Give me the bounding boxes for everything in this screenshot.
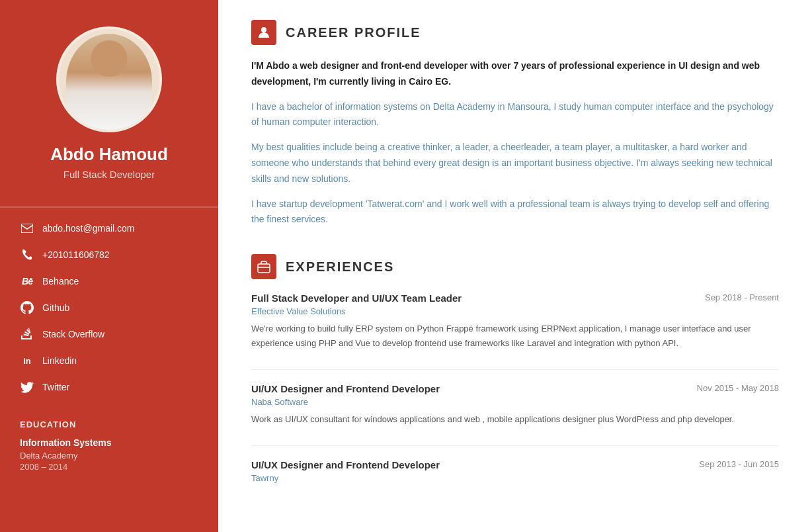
experiences-icon xyxy=(251,254,276,279)
career-para1-bold: I'M Abdo a web designer and front-end de… xyxy=(251,60,760,87)
exp-company-1: Effective Value Solutions xyxy=(251,306,779,316)
avatar-section: Abdo Hamoud Full Stack Developer xyxy=(37,0,181,193)
experiences-section: EXPERIENCES Full Stack Developer and UI/… xyxy=(251,254,779,483)
exp-company-3: Tawrny xyxy=(251,473,779,483)
main-content: CAREER PROFILE I'M Abdo a web designer a… xyxy=(218,0,812,532)
career-profile-header: CAREER PROFILE xyxy=(251,20,779,45)
stackoverflow-text: Stack Overflow xyxy=(42,329,104,339)
github-text: Github xyxy=(42,302,69,313)
career-profile-section: CAREER PROFILE I'M Abdo a web designer a… xyxy=(251,20,779,228)
contact-email[interactable]: abdo.host@gmail.com xyxy=(20,221,198,236)
linkedin-icon: in xyxy=(20,353,34,368)
linkedin-text: Linkedin xyxy=(42,355,77,366)
exp-date-3: Sep 2013 - Jun 2015 xyxy=(699,459,779,469)
person-title: Full Stack Developer xyxy=(63,169,155,180)
phone-text: +201011606782 xyxy=(42,249,110,260)
avatar xyxy=(56,26,162,132)
exp-header-1: Full Stack Developer and UI/UX Team Lead… xyxy=(251,292,779,304)
experiences-title: EXPERIENCES xyxy=(286,259,394,275)
contact-behance[interactable]: Bē Behance xyxy=(20,274,198,288)
exp-role-1: Full Stack Developer and UI/UX Team Lead… xyxy=(251,292,462,304)
education-section: EDUCATION Information Systems Delta Acad… xyxy=(0,406,218,485)
email-icon xyxy=(20,221,34,236)
career-profile-title: CAREER PROFILE xyxy=(286,25,421,40)
svg-rect-0 xyxy=(21,224,33,233)
email-text: abdo.host@gmail.com xyxy=(42,223,135,234)
divider-1 xyxy=(251,369,779,370)
exp-company-2: Naba Software xyxy=(251,397,779,407)
exp-desc-1: We're working to build fully ERP system … xyxy=(251,322,779,351)
career-profile-icon xyxy=(251,20,276,45)
contact-stackoverflow[interactable]: Stack Overflow xyxy=(20,327,198,341)
experience-item-2: UI/UX Designer and Frontend Developer No… xyxy=(251,383,779,427)
career-para2: I have a bachelor of information systems… xyxy=(251,99,779,131)
experience-item-3: UI/UX Designer and Frontend Developer Se… xyxy=(251,459,779,483)
exp-header-3: UI/UX Designer and Frontend Developer Se… xyxy=(251,459,779,470)
edu-school: Delta Academy xyxy=(20,451,198,461)
career-para4: I have startup development 'Tatwerat.com… xyxy=(251,197,779,228)
edu-years: 2008 – 2014 xyxy=(20,462,198,472)
avatar-image xyxy=(66,34,152,130)
contact-phone[interactable]: +201011606782 xyxy=(20,247,198,262)
phone-icon xyxy=(20,247,34,262)
exp-desc-2: Work as UI/UX consultant for windows app… xyxy=(251,412,779,427)
svg-point-1 xyxy=(261,27,266,32)
education-label: EDUCATION xyxy=(20,420,198,429)
career-para1: I'M Abdo a web designer and front-end de… xyxy=(251,58,779,90)
exp-role-2: UI/UX Designer and Frontend Developer xyxy=(251,383,440,394)
contact-section: abdo.host@gmail.com +201011606782 Bē Beh… xyxy=(0,221,218,406)
person-name: Abdo Hamoud xyxy=(50,144,168,165)
edu-degree: Information Systems xyxy=(20,437,198,448)
behance-icon: Bē xyxy=(20,274,34,288)
contact-twitter[interactable]: Twitter xyxy=(20,380,198,394)
twitter-icon xyxy=(20,380,34,394)
exp-date-2: Nov 2015 - May 2018 xyxy=(697,383,779,393)
contact-linkedin[interactable]: in Linkedin xyxy=(20,353,198,368)
stackoverflow-icon xyxy=(20,327,34,341)
experience-item-1: Full Stack Developer and UI/UX Team Lead… xyxy=(251,292,779,351)
github-icon xyxy=(20,300,34,315)
contact-github[interactable]: Github xyxy=(20,300,198,315)
career-para3: My best qualities include being a creati… xyxy=(251,140,779,187)
exp-header-2: UI/UX Designer and Frontend Developer No… xyxy=(251,383,779,394)
exp-date-1: Sep 2018 - Present xyxy=(705,292,779,302)
experiences-header: EXPERIENCES xyxy=(251,254,779,279)
divider-2 xyxy=(251,445,779,446)
twitter-text: Twitter xyxy=(42,382,69,392)
divider xyxy=(0,206,218,208)
behance-text: Behance xyxy=(42,276,79,287)
sidebar: Abdo Hamoud Full Stack Developer abdo.ho… xyxy=(0,0,218,532)
svg-rect-2 xyxy=(258,264,270,273)
exp-role-3: UI/UX Designer and Frontend Developer xyxy=(251,459,440,470)
